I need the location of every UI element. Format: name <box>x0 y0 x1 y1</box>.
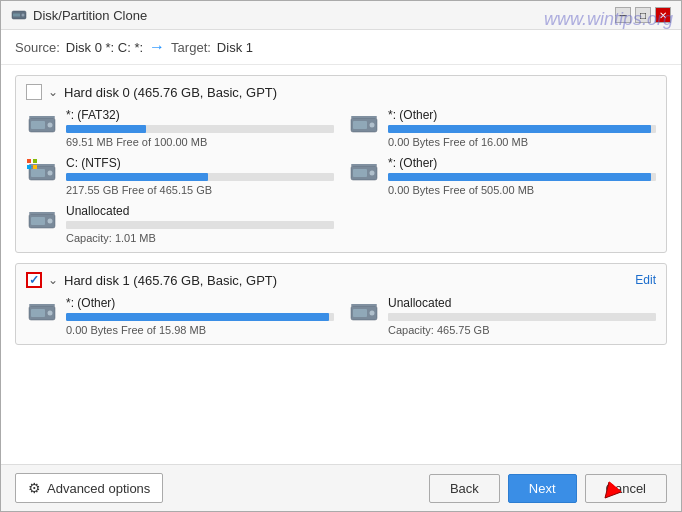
progress-fill <box>66 173 208 181</box>
svg-point-29 <box>370 311 375 316</box>
progress-fill <box>388 125 651 133</box>
checkmark-icon: ✓ <box>29 273 39 287</box>
disk-1-title: Hard disk 1 (465.76 GB, Basic, GPT) <box>64 273 277 288</box>
svg-rect-10 <box>351 116 377 118</box>
partition-info: *: (Other) 0.00 Bytes Free of 505.00 MB <box>388 156 656 196</box>
partition-size: Capacity: 1.01 MB <box>66 232 334 244</box>
title-bar: Disk/Partition Clone ─ □ ✕ <box>1 1 681 30</box>
svg-point-5 <box>48 123 53 128</box>
progress-bar <box>66 313 334 321</box>
footer: ⚙ Advanced options Back Next Cancel <box>1 464 681 511</box>
disk-0-checkbox[interactable] <box>26 84 42 100</box>
disk-section-0: ⌄ Hard disk 0 (465.76 GB, Basic, GPT) *:… <box>15 75 667 253</box>
svg-rect-30 <box>351 304 377 306</box>
disk-1-chevron: ⌄ <box>48 273 58 287</box>
disk-1-header: ✓ ⌄ Hard disk 1 (465.76 GB, Basic, GPT) … <box>26 272 656 288</box>
svg-rect-20 <box>31 217 45 225</box>
svg-rect-4 <box>31 121 45 129</box>
partition-info: *: (FAT32) 69.51 MB Free of 100.00 MB <box>66 108 334 148</box>
svg-rect-2 <box>13 14 20 17</box>
svg-point-1 <box>22 14 25 17</box>
disk-0-title: Hard disk 0 (465.76 GB, Basic, GPT) <box>64 85 277 100</box>
svg-rect-12 <box>31 169 45 177</box>
disk-1-checkbox[interactable]: ✓ <box>26 272 42 288</box>
svg-rect-22 <box>29 212 55 214</box>
partition-label: *: (Other) <box>388 156 656 170</box>
partition-label: *: (Other) <box>388 108 656 122</box>
disk-0-partitions: *: (FAT32) 69.51 MB Free of 100.00 MB <box>26 108 656 244</box>
svg-rect-6 <box>29 116 55 118</box>
next-button[interactable]: Next <box>508 474 577 503</box>
source-bar: Source: Disk 0 *: C: *: → Target: Disk 1 <box>1 30 681 65</box>
partition-size: Capacity: 465.75 GB <box>388 324 656 336</box>
progress-fill <box>66 125 146 133</box>
partition-info: Unallocated Capacity: 465.75 GB <box>388 296 656 336</box>
source-label: Source: <box>15 40 60 55</box>
svg-point-17 <box>370 171 375 176</box>
edit-link[interactable]: Edit <box>635 273 656 287</box>
hdd-icon <box>26 298 58 326</box>
title-icon <box>11 8 27 22</box>
progress-bar <box>66 221 334 229</box>
list-item: *: (Other) 0.00 Bytes Free of 505.00 MB <box>348 156 656 196</box>
disk-section-1: ✓ ⌄ Hard disk 1 (465.76 GB, Basic, GPT) … <box>15 263 667 345</box>
partition-size: 217.55 GB Free of 465.15 GB <box>66 184 334 196</box>
partition-label: Unallocated <box>388 296 656 310</box>
close-button[interactable]: ✕ <box>655 7 671 23</box>
svg-point-25 <box>48 311 53 316</box>
partition-size: 69.51 MB Free of 100.00 MB <box>66 136 334 148</box>
target-label: Target: <box>171 40 211 55</box>
main-content: ⌄ Hard disk 0 (465.76 GB, Basic, GPT) *:… <box>1 65 681 464</box>
partition-label: *: (FAT32) <box>66 108 334 122</box>
arrow-icon: → <box>149 38 165 56</box>
svg-point-21 <box>48 219 53 224</box>
partition-size: 0.00 Bytes Free of 16.00 MB <box>388 136 656 148</box>
partition-label: C: (NTFS) <box>66 156 334 170</box>
svg-rect-24 <box>31 309 45 317</box>
partition-size: 0.00 Bytes Free of 15.98 MB <box>66 324 334 336</box>
svg-rect-28 <box>353 309 367 317</box>
partition-size: 0.00 Bytes Free of 505.00 MB <box>388 184 656 196</box>
list-item: *: (Other) 0.00 Bytes Free of 16.00 MB <box>348 108 656 148</box>
footer-right: Back Next Cancel <box>429 474 667 503</box>
target-value: Disk 1 <box>217 40 253 55</box>
list-item: C: (NTFS) 217.55 GB Free of 465.15 GB <box>26 156 334 196</box>
maximize-button[interactable]: □ <box>635 7 651 23</box>
partition-label: Unallocated <box>66 204 334 218</box>
hdd-icon <box>348 298 380 326</box>
list-item: *: (FAT32) 69.51 MB Free of 100.00 MB <box>26 108 334 148</box>
progress-bar <box>66 125 334 133</box>
progress-fill <box>388 173 651 181</box>
partition-info: C: (NTFS) 217.55 GB Free of 465.15 GB <box>66 156 334 196</box>
list-item: Unallocated Capacity: 465.75 GB <box>348 296 656 336</box>
windows-icon <box>27 159 37 169</box>
partition-info: Unallocated Capacity: 1.01 MB <box>66 204 334 244</box>
advanced-options-button[interactable]: ⚙ Advanced options <box>15 473 163 503</box>
progress-fill <box>66 313 329 321</box>
progress-bar <box>388 125 656 133</box>
svg-point-9 <box>370 123 375 128</box>
advanced-options-label: Advanced options <box>47 481 150 496</box>
partition-label: *: (Other) <box>66 296 334 310</box>
back-button[interactable]: Back <box>429 474 500 503</box>
footer-left: ⚙ Advanced options <box>15 473 163 503</box>
source-value: Disk 0 *: C: *: <box>66 40 143 55</box>
cancel-button[interactable]: Cancel <box>585 474 667 503</box>
windows-drive-icon <box>26 158 58 186</box>
list-item: *: (Other) 0.00 Bytes Free of 15.98 MB <box>26 296 334 336</box>
minimize-button[interactable]: ─ <box>615 7 631 23</box>
progress-bar <box>388 313 656 321</box>
progress-bar <box>66 173 334 181</box>
list-item: Unallocated Capacity: 1.01 MB <box>26 204 334 244</box>
title-text: Disk/Partition Clone <box>33 8 147 23</box>
svg-point-13 <box>48 171 53 176</box>
progress-bar <box>388 173 656 181</box>
hdd-icon <box>26 110 58 138</box>
hdd-icon <box>348 158 380 186</box>
svg-rect-16 <box>353 169 367 177</box>
disk-1-partitions: *: (Other) 0.00 Bytes Free of 15.98 MB <box>26 296 656 336</box>
hdd-icon <box>26 206 58 234</box>
partition-info: *: (Other) 0.00 Bytes Free of 16.00 MB <box>388 108 656 148</box>
hdd-icon <box>348 110 380 138</box>
partition-info: *: (Other) 0.00 Bytes Free of 15.98 MB <box>66 296 334 336</box>
